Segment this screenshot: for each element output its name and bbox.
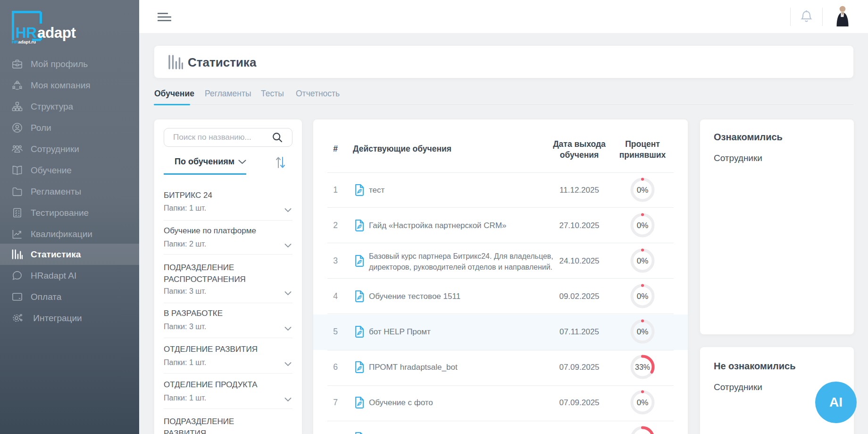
- svg-text:adapt: adapt: [37, 24, 76, 41]
- svg-text:adapt.ru: adapt.ru: [18, 39, 36, 44]
- svg-text:0%: 0%: [637, 221, 649, 230]
- svg-text:HR: HR: [16, 24, 37, 41]
- svg-text:0%: 0%: [637, 256, 649, 265]
- svg-text:0%: 0%: [637, 292, 649, 301]
- svg-text:0%: 0%: [637, 327, 649, 336]
- svg-text:0%: 0%: [637, 186, 649, 195]
- svg-text:33%: 33%: [635, 363, 650, 371]
- svg-text:HR: HR: [12, 39, 18, 44]
- svg-text:0%: 0%: [637, 398, 649, 407]
